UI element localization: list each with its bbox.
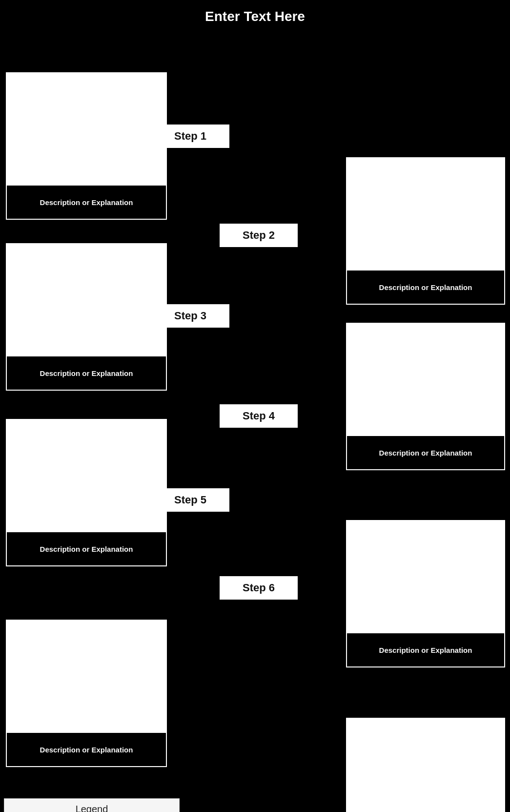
right-image-1: Description or Explanation — [346, 157, 505, 305]
step-label-5: Step 5 — [151, 488, 229, 512]
left-desc-2: Description or Explanation — [6, 355, 167, 391]
left-image-3: Description or Explanation — [6, 419, 167, 566]
legend-title: Legend — [11, 804, 172, 812]
left-image-4: Description or Explanation — [6, 620, 167, 767]
step-label-4: Step 4 — [220, 404, 298, 428]
left-image-1: Description or Explanation — [6, 72, 167, 220]
page-title: Enter Text Here — [0, 0, 510, 39]
right-desc-2: Description or Explanation — [346, 435, 505, 470]
right-image-3: Description or Explanation — [346, 520, 505, 667]
step-label-2: Step 2 — [220, 224, 298, 247]
legend-box: Legend 1 Years and 364 Days // Time Brea… — [4, 798, 180, 812]
right-image-4: Description or Explanation — [346, 718, 505, 812]
left-desc-4: Description or Explanation — [6, 732, 167, 767]
left-desc-3: Description or Explanation — [6, 531, 167, 566]
right-desc-3: Description or Explanation — [346, 632, 505, 667]
step-label-1: Step 1 — [151, 125, 229, 148]
left-image-2: Description or Explanation — [6, 243, 167, 391]
step-label-6: Step 6 — [220, 576, 298, 600]
right-image-2: Description or Explanation — [346, 323, 505, 470]
left-desc-1: Description or Explanation — [6, 185, 167, 220]
step-label-3: Step 3 — [151, 304, 229, 328]
right-desc-1: Description or Explanation — [346, 270, 505, 305]
